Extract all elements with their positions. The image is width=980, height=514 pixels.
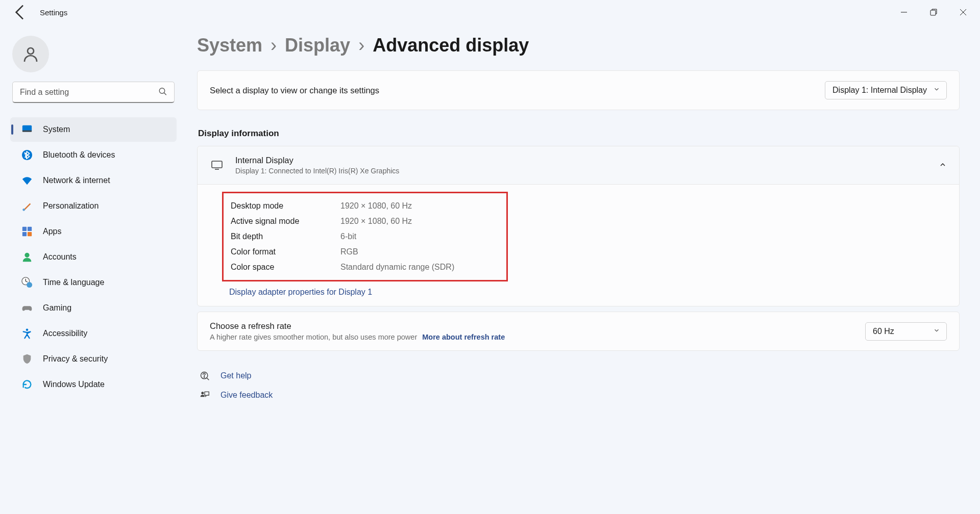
property-value: 1920 × 1080, 60 Hz — [340, 214, 412, 229]
monitor-icon — [210, 158, 224, 172]
breadcrumb: System › Display › Advanced display — [197, 35, 960, 56]
nav-label: Personalization — [43, 201, 99, 211]
select-display-label: Select a display to view or change its s… — [210, 86, 379, 95]
chevron-right-icon: › — [271, 35, 277, 56]
display-info-panel: Internal Display Display 1: Connected to… — [197, 146, 960, 306]
accessibility-icon — [21, 328, 33, 339]
breadcrumb-display[interactable]: Display — [285, 35, 350, 56]
footer-links: Get help Give feedback — [197, 366, 960, 405]
svg-rect-15 — [212, 161, 222, 168]
user-avatar[interactable] — [12, 36, 49, 72]
get-help-label: Get help — [220, 371, 251, 380]
nav-item-apps[interactable]: Apps — [10, 219, 177, 244]
highlight-annotation: Desktop mode1920 × 1080, 60 Hz Active si… — [222, 192, 508, 281]
close-button[interactable] — [948, 2, 978, 22]
breadcrumb-current: Advanced display — [373, 35, 529, 56]
svg-rect-10 — [28, 232, 32, 236]
nav-label: Accessibility — [43, 329, 87, 338]
window-title: Settings — [40, 8, 67, 17]
svg-point-11 — [24, 253, 29, 258]
svg-rect-8 — [28, 227, 32, 231]
main-content: System › Display › Advanced display Sele… — [189, 24, 980, 514]
nav-label: Gaming — [43, 303, 71, 313]
property-row: Active signal mode1920 × 1080, 60 Hz — [231, 214, 499, 229]
refresh-rate-title: Choose a refresh rate — [210, 321, 505, 331]
gamepad-icon — [21, 302, 33, 314]
give-feedback-link[interactable]: Give feedback — [199, 386, 960, 405]
nav-item-bluetooth[interactable]: Bluetooth & devices — [10, 143, 177, 167]
nav-label: System — [43, 125, 70, 134]
chevron-down-icon — [933, 327, 940, 336]
system-icon — [21, 124, 33, 135]
chevron-right-icon: › — [358, 35, 364, 56]
accounts-icon — [21, 251, 33, 263]
panel-subtitle: Display 1: Connected to Intel(R) Iris(R)… — [235, 167, 399, 175]
property-row: Color spaceStandard dynamic range (SDR) — [231, 260, 499, 275]
display-select-value: Display 1: Internal Display — [832, 86, 927, 95]
property-key: Bit depth — [231, 229, 340, 244]
svg-point-17 — [204, 377, 205, 377]
svg-point-6 — [22, 209, 25, 211]
apps-icon — [21, 226, 33, 237]
property-row: Color formatRGB — [231, 244, 499, 260]
display-info-panel-header[interactable]: Internal Display Display 1: Connected to… — [198, 146, 959, 185]
refresh-rate-value: 60 Hz — [873, 327, 894, 336]
breadcrumb-system[interactable]: System — [197, 35, 262, 56]
svg-point-2 — [159, 88, 165, 94]
search-wrap — [12, 82, 175, 103]
nav-label: Windows Update — [43, 380, 105, 389]
nav: System Bluetooth & devices Network & int… — [0, 117, 184, 397]
svg-point-14 — [26, 328, 29, 331]
svg-point-1 — [28, 48, 34, 54]
nav-item-time-language[interactable]: Time & language — [10, 270, 177, 295]
property-row: Desktop mode1920 × 1080, 60 Hz — [231, 198, 499, 214]
maximize-button[interactable] — [919, 2, 948, 22]
update-icon — [21, 379, 33, 390]
nav-item-accounts[interactable]: Accounts — [10, 245, 177, 269]
titlebar: Settings — [0, 0, 980, 24]
svg-rect-7 — [22, 227, 27, 231]
display-adapter-properties-link[interactable]: Display adapter properties for Display 1 — [229, 288, 947, 297]
nav-item-privacy[interactable]: Privacy & security — [10, 347, 177, 371]
svg-point-13 — [27, 282, 32, 288]
chevron-up-icon — [939, 161, 947, 170]
property-value: 6-bit — [340, 229, 356, 244]
nav-item-windows-update[interactable]: Windows Update — [10, 372, 177, 397]
nav-item-network[interactable]: Network & internet — [10, 168, 177, 193]
svg-rect-4 — [22, 131, 32, 132]
nav-item-accessibility[interactable]: Accessibility — [10, 321, 177, 346]
svg-point-18 — [201, 392, 204, 394]
nav-label: Network & internet — [43, 176, 110, 185]
back-button[interactable] — [10, 2, 31, 22]
nav-label: Bluetooth & devices — [43, 150, 115, 160]
nav-label: Accounts — [43, 252, 77, 262]
minimize-button[interactable] — [889, 2, 919, 22]
svg-rect-9 — [22, 232, 27, 236]
panel-body: Desktop mode1920 × 1080, 60 Hz Active si… — [198, 185, 959, 306]
shield-icon — [21, 353, 33, 365]
panel-title: Internal Display — [235, 156, 399, 165]
search-icon — [158, 87, 167, 98]
property-key: Active signal mode — [231, 214, 340, 229]
get-help-link[interactable]: Get help — [199, 366, 960, 386]
property-value: Standard dynamic range (SDR) — [340, 260, 454, 275]
property-value: 1920 × 1080, 60 Hz — [340, 198, 412, 214]
bluetooth-icon — [21, 149, 33, 161]
paintbrush-icon — [21, 200, 33, 212]
property-key: Desktop mode — [231, 198, 340, 214]
nav-item-system[interactable]: System — [10, 117, 177, 142]
search-input[interactable] — [12, 82, 175, 103]
refresh-rate-subtitle: A higher rate gives smoother motion, but… — [210, 333, 505, 341]
display-select[interactable]: Display 1: Internal Display — [825, 81, 947, 99]
nav-item-personalization[interactable]: Personalization — [10, 194, 177, 218]
display-info-title: Display information — [198, 128, 960, 139]
give-feedback-label: Give feedback — [220, 391, 273, 400]
wifi-icon — [21, 175, 33, 186]
nav-label: Apps — [43, 227, 61, 236]
clock-globe-icon — [21, 277, 33, 288]
refresh-rate-select[interactable]: 60 Hz — [865, 322, 947, 341]
refresh-rate-card: Choose a refresh rate A higher rate give… — [197, 312, 960, 351]
more-about-refresh-link[interactable]: More about refresh rate — [422, 333, 505, 341]
property-key: Color space — [231, 260, 340, 275]
nav-item-gaming[interactable]: Gaming — [10, 296, 177, 320]
